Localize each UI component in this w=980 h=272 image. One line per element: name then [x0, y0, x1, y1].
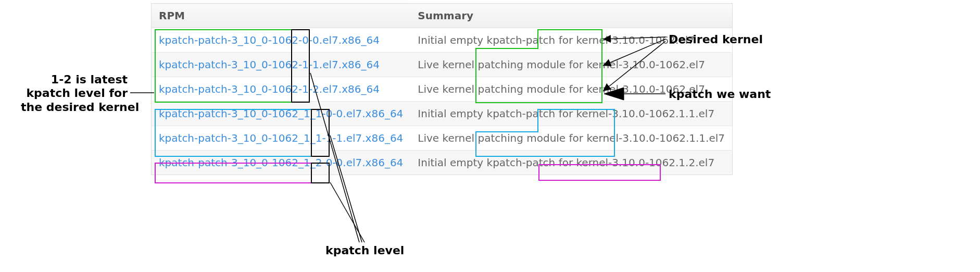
svg-line-15	[330, 182, 365, 242]
rpm-link[interactable]: kpatch-patch-3_10_0-1062-0-0.el7.x86_64	[159, 34, 380, 46]
table-row: kpatch-patch-3_10_0-1062_1_1-0-0.el7.x86…	[152, 102, 733, 126]
summary-cell: Initial empty kpatch-patch for kernel-3.…	[410, 102, 732, 126]
table-row: kpatch-patch-3_10_0-1062_1_1-1-1.el7.x86…	[152, 126, 733, 151]
rpm-link[interactable]: kpatch-patch-3_10_0-1062-1-2.el7.x86_64	[159, 83, 380, 95]
rpm-table: RPM Summary kpatch-patch-3_10_0-1062-0-0…	[151, 3, 733, 175]
annot-kpatch-we-want: kpatch we want	[669, 88, 771, 101]
rpm-link[interactable]: kpatch-patch-3_10_0-1062_1_1-0-0.el7.x86…	[159, 107, 403, 120]
rpm-link[interactable]: kpatch-patch-3_10_0-1062_1_1-1-1.el7.x86…	[159, 132, 403, 144]
annot-desired-kernel: Desired kernel	[669, 33, 763, 46]
col-header-rpm: RPM	[152, 4, 411, 28]
annot-kpatch-level: kpatch level	[325, 244, 404, 257]
summary-cell: Live kernel patching module for kernel-3…	[410, 53, 732, 77]
rpm-link[interactable]: kpatch-patch-3_10_0-1062-1-1.el7.x86_64	[159, 58, 380, 71]
summary-cell: Live kernel patching module for kernel-3…	[410, 126, 732, 151]
annot-latest-level: 1-2 is latest kpatch level for the desir…	[21, 73, 128, 114]
rpm-link[interactable]: kpatch-patch-3_10_0-1062_1_2-0-0.el7.x86…	[159, 156, 403, 169]
col-header-summary: Summary	[410, 4, 732, 28]
summary-cell: Initial empty kpatch-patch for kernel-3.…	[410, 151, 732, 175]
table-row: kpatch-patch-3_10_0-1062-1-2.el7.x86_64 …	[152, 77, 733, 102]
table-row: kpatch-patch-3_10_0-1062-1-1.el7.x86_64 …	[152, 53, 733, 77]
table-row: kpatch-patch-3_10_0-1062_1_2-0-0.el7.x86…	[152, 151, 733, 175]
table-row: kpatch-patch-3_10_0-1062-0-0.el7.x86_64 …	[152, 28, 733, 53]
